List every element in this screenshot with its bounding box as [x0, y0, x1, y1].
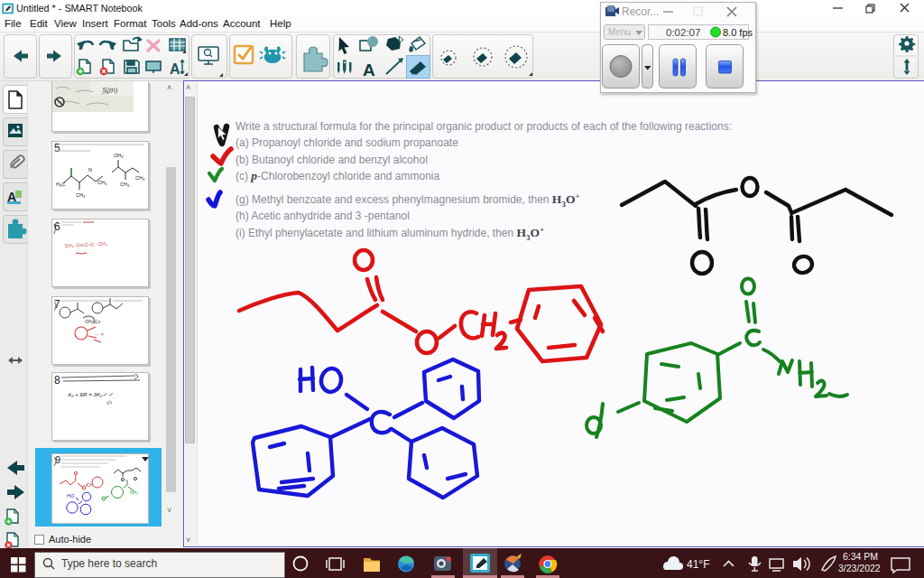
- svg-text:S(m): S(m): [102, 86, 118, 94]
- svg-text:A₂ + 6R = 3K₂✓ ✓: A₂ + 6R = 3K₂✓ ✓: [67, 391, 114, 397]
- svg-text:N: N: [88, 167, 92, 172]
- svg-text:CH: CH: [87, 483, 93, 488]
- svg-text:8.0 fps: 8.0 fps: [723, 27, 753, 38]
- svg-text:H3C: H3C: [56, 182, 65, 188]
- svg-text:OH3: OH3: [114, 153, 124, 159]
- svg-text:Recor...: Recor...: [622, 5, 659, 18]
- svg-text:A: A: [170, 61, 180, 77]
- svg-text:HO: HO: [67, 493, 75, 499]
- svg-text:6:34 PM: 6:34 PM: [843, 551, 878, 562]
- svg-text:CH3: CH3: [97, 180, 107, 186]
- svg-text:OH₂,C≤: OH₂,C≤: [85, 319, 100, 324]
- svg-text:√²: √²: [106, 399, 112, 406]
- svg-text:CH3: CH3: [76, 192, 86, 199]
- svg-text:41°F: 41°F: [687, 558, 709, 571]
- svg-text:CH₃- CH₂C≈Ć - CH₃: CH₃- CH₂C≈Ć - CH₃: [65, 241, 107, 248]
- svg-text:CH3: CH3: [135, 175, 145, 182]
- svg-text:A: A: [363, 61, 375, 79]
- svg-text:Menu: Menu: [608, 27, 631, 37]
- svg-text:8: 8: [54, 374, 60, 387]
- svg-text:NH₂: NH₂: [130, 489, 138, 495]
- svg-text:CH3: CH3: [120, 182, 130, 188]
- svg-text:→ ×: → ×: [94, 331, 105, 337]
- svg-text:3/23/2022: 3/23/2022: [838, 563, 881, 573]
- svg-text:0:02:07: 0:02:07: [666, 27, 700, 38]
- svg-text:5: 5: [54, 142, 60, 154]
